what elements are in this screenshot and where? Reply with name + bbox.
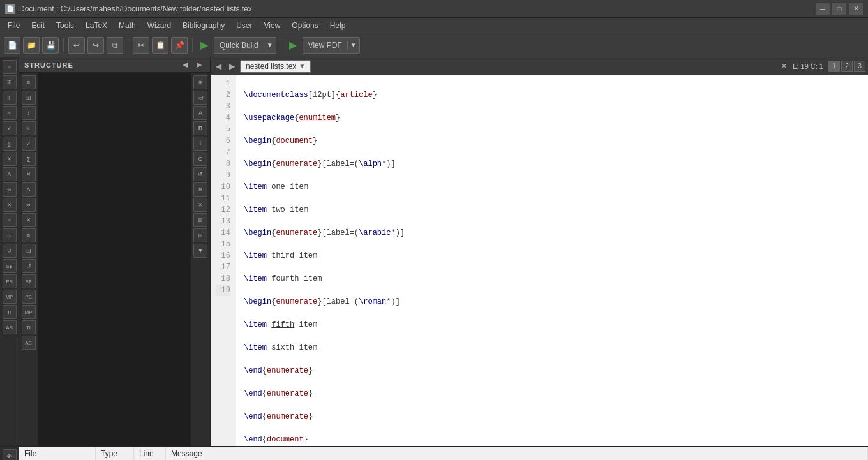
editor-status-right: ✕ L: 19 C: 1 1 2 3 [781,61,865,72]
struct-icon-1[interactable]: ≡ [22,75,36,89]
sidebar-icon-2[interactable]: ⊞ [3,75,17,89]
menu-edit[interactable]: Edit [26,20,50,31]
sidebar-icon-15[interactable]: PS [3,274,17,288]
title-bar: 📄 Document : C:/Users/mahesh/Documents/N… [0,0,868,18]
minimize-button[interactable]: ─ [816,3,830,15]
struct-icon-15[interactable]: PS [22,290,36,304]
compile-play-button[interactable]: ▶ [197,38,211,52]
copy-doc-button[interactable]: ⧉ [107,37,123,54]
paste-button[interactable]: 📌 [171,37,188,54]
struct-right-icon-1[interactable]: ⊞ [193,75,207,89]
sidebar-icon-17[interactable]: TI [3,305,17,319]
sidebar-icon-7[interactable]: ✕ [3,152,17,166]
quick-build-arrow-icon[interactable]: ▼ [264,41,276,48]
view-btn-3[interactable]: 3 [854,61,865,72]
sidebar-icon-11[interactable]: ≡ [3,213,17,227]
maximize-button[interactable]: □ [832,3,846,15]
struct-icon-5[interactable]: ✓ [22,137,36,151]
structure-nav-next[interactable]: ▶ [193,59,205,71]
bottom-icon-eye[interactable]: 👁 [3,449,17,460]
struct-icon-12[interactable]: ⊡ [22,244,36,258]
struct-icon-2[interactable]: ⊞ [22,91,36,105]
new-button[interactable]: 📄 [4,37,20,54]
menu-user[interactable]: User [231,20,257,31]
sidebar-icon-16[interactable]: MP [3,290,17,304]
sidebar-icon-5[interactable]: ✓ [3,121,17,135]
view-btn-1[interactable]: 1 [828,61,840,72]
struct-right-icon-i[interactable]: i [193,137,207,151]
struct-icon-18[interactable]: AS [22,336,36,350]
sidebar-icon-9[interactable]: ∞ [3,182,17,197]
quick-build-dropdown[interactable]: Quick Build ▼ [214,37,276,54]
struct-icon-7[interactable]: ✕ [22,167,36,181]
struct-icon-4[interactable]: ≈ [22,121,36,135]
bottom-table-header: File Type Line Message [19,447,868,460]
struct-right-icon-plus2[interactable]: ⊞ [193,228,207,242]
struct-right-icon-x2[interactable]: ✕ [193,198,207,212]
sidebar-icon-13[interactable]: ↺ [3,244,17,258]
editor-tab-active[interactable]: nested lists.tex ▼ [240,60,311,73]
sidebar-icon-10[interactable]: ✕ [3,198,17,212]
line-num-18: 18 [216,273,230,285]
tab-nav-next[interactable]: ▶ [227,61,237,72]
sidebar-icon-12[interactable]: ⊡ [3,228,17,242]
copy-button[interactable]: 📋 [152,37,168,54]
struct-right-icon-plus1[interactable]: ⊞ [193,213,207,227]
struct-icon-8[interactable]: Λ [22,182,36,197]
sidebar-icon-1[interactable]: ≡ [3,60,17,74]
view-pdf-arrow-icon[interactable]: ▼ [348,41,359,48]
struct-icon-17[interactable]: TI [22,320,36,334]
struct-right-icon-down[interactable]: ▼ [193,244,207,258]
struct-icon-9[interactable]: ∞ [22,198,36,212]
menu-bibliography[interactable]: Bibliography [177,20,230,31]
view-pdf-dropdown[interactable]: View PDF ▼ [303,37,360,54]
sidebar-icon-8[interactable]: Λ [3,167,17,181]
struct-right-icon-ref[interactable]: ref [193,91,207,105]
menu-tools[interactable]: Tools [51,20,79,31]
struct-icon-16[interactable]: MP [22,305,36,319]
menu-help[interactable]: Help [325,20,351,31]
redo-button[interactable]: ↪ [87,37,104,54]
table-col-file: File [19,447,96,460]
struct-right-icon-A[interactable]: A [193,106,207,120]
menu-latex[interactable]: LaTeX [80,20,112,31]
code-content[interactable]: \documentclass[12pt]{article} \usepackag… [236,75,868,446]
structure-icons-right: ⊞ ref A B i C ↺ ✕ ✕ ⊞ ⊞ ▼ [191,73,210,446]
menu-math[interactable]: Math [114,20,141,31]
struct-icon-6[interactable]: ∑ [22,152,36,166]
save-button[interactable]: 💾 [42,37,59,54]
struct-icon-14[interactable]: $$ [22,274,36,288]
tab-dropdown-btn[interactable]: ▼ [299,63,305,70]
menu-view[interactable]: View [259,20,286,31]
close-tab-button[interactable]: ✕ [781,61,788,71]
sidebar-icon-14[interactable]: $$ [3,259,17,273]
code-line-6: \item two item [244,204,860,216]
tab-nav-prev[interactable]: ◀ [213,61,224,72]
close-button[interactable]: ✕ [849,3,863,15]
struct-icon-11[interactable]: ≡ [22,228,36,242]
app-icon: 📄 [5,4,15,14]
bottom-area: 👁 ▶ ◀ ✕ File Type Line Message LOG FILE … [0,446,868,460]
struct-icon-13[interactable]: ↺ [22,259,36,273]
sidebar-icon-18[interactable]: AS [3,320,17,334]
code-line-7: \begin{enumerate}[label=(\arabic*)] [244,227,860,239]
view-play-button[interactable]: ▶ [286,38,300,52]
view-btn-2[interactable]: 2 [841,61,853,72]
struct-right-icon-x1[interactable]: ✕ [193,182,207,197]
struct-icon-10[interactable]: ✕ [22,213,36,227]
open-button[interactable]: 📁 [23,37,40,54]
menu-wizard[interactable]: Wizard [142,20,176,31]
cut-button[interactable]: ✂ [133,37,149,54]
struct-icon-3[interactable]: ↕ [22,106,36,120]
struct-right-icon-r1[interactable]: ↺ [193,167,207,181]
struct-right-icon-B[interactable]: B [193,121,207,135]
menu-options[interactable]: Options [287,20,323,31]
sidebar-icon-6[interactable]: ∑ [3,137,17,151]
sidebar-icon-4[interactable]: ≈ [3,106,17,120]
code-editor[interactable]: 1 2 3 4 5 6 7 8 9 10 11 12 13 14 15 16 1… [211,75,868,446]
menu-file[interactable]: File [3,20,25,31]
structure-nav-prev[interactable]: ◀ [179,59,191,71]
sidebar-icon-3[interactable]: ↕ [3,91,17,105]
undo-button[interactable]: ↩ [68,37,85,54]
struct-right-icon-C[interactable]: C [193,152,207,166]
